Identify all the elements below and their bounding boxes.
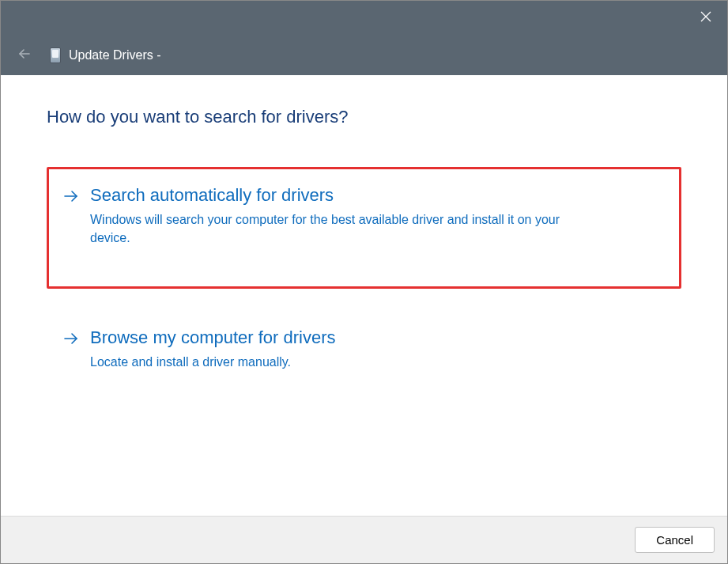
option-body: Search automatically for drivers Windows… [90, 185, 665, 247]
page-heading: How do you want to search for drivers? [47, 107, 681, 127]
option-description: Locate and install a driver manually. [90, 353, 580, 371]
option-browse-computer[interactable]: Browse my computer for drivers Locate an… [47, 309, 681, 389]
update-drivers-dialog: Update Drivers - How do you want to sear… [0, 0, 728, 564]
dialog-content: How do you want to search for drivers? S… [1, 75, 727, 516]
option-title: Browse my computer for drivers [90, 327, 665, 348]
option-description: Windows will search your computer for th… [90, 210, 580, 247]
close-icon [700, 11, 711, 25]
dialog-footer: Cancel [1, 516, 727, 563]
cancel-button[interactable]: Cancel [635, 527, 715, 553]
arrow-right-icon [63, 190, 79, 206]
arrow-right-icon [63, 332, 79, 348]
device-icon [50, 47, 61, 63]
titlebar [1, 1, 727, 36]
option-title: Search automatically for drivers [90, 185, 665, 206]
header-bar: Update Drivers - [1, 36, 727, 75]
option-body: Browse my computer for drivers Locate an… [90, 327, 665, 371]
back-button[interactable] [15, 46, 34, 65]
close-button[interactable] [688, 4, 724, 32]
back-arrow-icon [17, 47, 32, 64]
window-title: Update Drivers - [69, 48, 160, 62]
title-group: Update Drivers - [50, 47, 160, 63]
option-search-automatically[interactable]: Search automatically for drivers Windows… [47, 167, 681, 289]
